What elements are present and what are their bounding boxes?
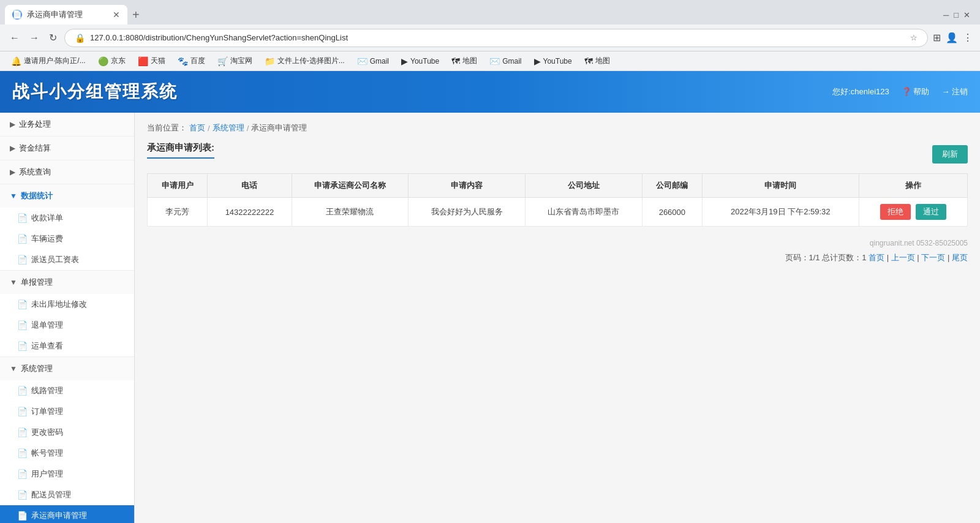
bookmark-icon-gmail1: ✉️ <box>357 56 368 66</box>
sidebar-item-carrier[interactable]: 📄 承运商申请管理 <box>0 505 134 523</box>
pagination-sep-1: | <box>887 253 889 262</box>
data-table: 申请用户 电话 申请承运商公司名称 申请内容 公司地址 公司邮编 申请时间 操作… <box>147 173 968 227</box>
sidebar-item-undelivered[interactable]: 📄 未出库地址修改 <box>0 294 134 315</box>
browser-actions: ⊞ 👤 ⋮ <box>933 32 973 43</box>
footer-watermark: qingruanit.net 0532-85025005 <box>147 239 968 247</box>
breadcrumb: 当前位置： 首页 / 系统管理 / 承运商申请管理 <box>147 122 968 134</box>
bookmark-map2[interactable]: 🗺 地图 <box>581 55 614 67</box>
bookmark-invite[interactable]: 🔔 邀请用户·陈向正/... <box>7 55 89 67</box>
sidebar-item-datastats[interactable]: ▼ 数据统计 <box>0 184 134 208</box>
bookmark-gmail2[interactable]: ✉️ Gmail <box>486 55 525 67</box>
sidebar-item-waybill[interactable]: 📄 运单查看 <box>0 336 134 356</box>
bookmark-youtube2[interactable]: ▶ YouTube <box>530 55 576 67</box>
chevron-down-icon-2: ▼ <box>10 278 17 287</box>
bookmark-icon-youtube1: ▶ <box>401 56 408 66</box>
sidebar-item-business[interactable]: ▶ 业务处理 <box>0 113 134 136</box>
sidebar-item-return[interactable]: 📄 退单管理 <box>0 315 134 336</box>
refresh-browser-button[interactable]: ↻ <box>47 29 59 46</box>
sidebar-item-route[interactable]: 📄 线路管理 <box>0 380 134 401</box>
bookmark-baidu[interactable]: 🐾 百度 <box>174 55 209 67</box>
sidebar-item-finance[interactable]: ▶ 资金结算 <box>0 137 134 160</box>
active-tab[interactable]: 📄 承运商申请管理 ✕ <box>5 5 127 24</box>
refresh-button[interactable]: 刷新 <box>932 145 968 164</box>
sidebar-item-change-pwd[interactable]: 📄 更改密码 <box>0 422 134 443</box>
bookmark-label-baidu: 百度 <box>190 56 205 66</box>
sidebar-item-sysquery[interactable]: ▶ 系统查询 <box>0 160 134 184</box>
sidebar-section-datastats: ▼ 数据统计 📄 收款详单 📄 车辆运费 📄 派送员工资表 <box>0 184 134 271</box>
doc-icon-8: 📄 <box>17 407 28 416</box>
sidebar-label-return: 退单管理 <box>31 320 63 331</box>
bookmark-label-upload: 文件上传-选择图片... <box>277 56 345 66</box>
sidebar-item-sysmgmt[interactable]: ▼ 系统管理 <box>0 357 134 380</box>
bookmark-upload[interactable]: 📁 文件上传-选择图片... <box>261 55 349 67</box>
bookmark-tmall[interactable]: 🟥 天猫 <box>134 55 169 67</box>
address-text[interactable]: 127.0.0.1:8080/distribution/ChengYunShan… <box>90 33 905 42</box>
maximize-button[interactable]: □ <box>954 10 959 20</box>
breadcrumb-current: 承运商申请管理 <box>251 122 307 134</box>
sidebar-item-delivery-wages[interactable]: 📄 派送员工资表 <box>0 249 134 270</box>
doc-icon-1: 📄 <box>17 213 28 223</box>
sidebar-item-vehicle-expenses[interactable]: 📄 车辆运费 <box>0 228 134 249</box>
sidebar-item-collect-orders[interactable]: 📄 收款详单 <box>0 208 134 228</box>
chevron-right-icon: ▶ <box>10 120 15 129</box>
address-bar[interactable]: 🔒 127.0.0.1:8080/distribution/ChengYunSh… <box>64 29 928 47</box>
profile-icon[interactable]: 👤 <box>946 32 958 43</box>
tab-title: 承运商申请管理 <box>27 9 83 20</box>
cell-zipcode: 266000 <box>642 198 702 227</box>
bookmark-icon-map2: 🗺 <box>584 56 593 66</box>
sidebar-label-delivery-wages: 派送员工资表 <box>31 254 79 265</box>
app-header: 战斗小分组管理系统 您好:chenlei123 ❓ 帮助 → 注销 <box>0 71 980 113</box>
sidebar-item-delivery[interactable]: 📄 配送员管理 <box>0 484 134 505</box>
breadcrumb-prefix: 当前位置： <box>147 122 187 134</box>
doc-icon-12: 📄 <box>17 490 28 500</box>
breadcrumb-system[interactable]: 系统管理 <box>213 122 244 134</box>
table-row: 李元芳 14322222222 王查荣耀物流 我会好好为人民服务 山东省青岛市即… <box>148 198 968 227</box>
doc-icon-5: 📄 <box>17 320 28 330</box>
sidebar-label-account: 帐号管理 <box>31 448 63 459</box>
app-wrapper: 战斗小分组管理系统 您好:chenlei123 ❓ 帮助 → 注销 ▶ 业务处理… <box>0 71 980 523</box>
sidebar-item-ordermgmt[interactable]: ▼ 单报管理 <box>0 271 134 294</box>
minimize-button[interactable]: ─ <box>943 10 949 20</box>
page-last-link[interactable]: 尾页 <box>952 253 968 262</box>
bookmark-jd[interactable]: 🟢 京东 <box>94 55 129 67</box>
logout-link[interactable]: → 注销 <box>941 86 968 97</box>
sidebar-item-order2[interactable]: 📄 订单管理 <box>0 401 134 422</box>
browser-controls: ← → ↻ 🔒 127.0.0.1:8080/distribution/Chen… <box>0 24 980 51</box>
sidebar-label-sysmgmt: 系统管理 <box>21 363 53 374</box>
star-icon[interactable]: ☆ <box>910 33 918 42</box>
reject-button[interactable]: 拒绝 <box>880 204 911 220</box>
pagination-sep-3: | <box>948 253 949 262</box>
app-body: ▶ 业务处理 ▶ 资金结算 ▶ 系统查询 <box>0 113 980 523</box>
page-first-link[interactable]: 首页 <box>869 253 884 262</box>
back-button[interactable]: ← <box>7 30 22 46</box>
forward-button[interactable]: → <box>27 30 42 46</box>
extensions-icon[interactable]: ⊞ <box>933 32 941 43</box>
pagination-sep-2: | <box>917 253 919 262</box>
sidebar-item-account[interactable]: 📄 帐号管理 <box>0 443 134 464</box>
sidebar: ▶ 业务处理 ▶ 资金结算 ▶ 系统查询 <box>0 113 135 523</box>
page-next-link[interactable]: 下一页 <box>921 253 945 262</box>
cell-address: 山东省青岛市即墨市 <box>526 198 643 227</box>
bookmark-gmail1[interactable]: ✉️ Gmail <box>353 55 393 67</box>
bookmark-icon-baidu: 🐾 <box>178 56 188 66</box>
col-actions: 操作 <box>859 174 967 198</box>
bookmark-youtube1[interactable]: ▶ YouTube <box>398 55 443 67</box>
approve-button[interactable]: 通过 <box>916 204 946 220</box>
browser-window: 📄 承运商申请管理 ✕ + ─ □ ✕ ← → ↻ 🔒 127.0.0.1:80… <box>0 0 980 71</box>
bookmark-label-jd: 京东 <box>111 56 126 66</box>
bookmark-map1[interactable]: 🗺 地图 <box>448 55 481 67</box>
help-link[interactable]: ❓ 帮助 <box>902 86 930 97</box>
col-company: 申请承运商公司名称 <box>292 174 409 198</box>
close-window-button[interactable]: ✕ <box>963 10 970 20</box>
bookmark-taobao[interactable]: 🛒 淘宝网 <box>214 55 256 67</box>
tab-favicon-icon: 📄 <box>12 10 22 20</box>
sidebar-item-user[interactable]: 📄 用户管理 <box>0 464 134 484</box>
bookmark-label-tmall: 天猫 <box>151 56 165 66</box>
cell-phone: 14322222222 <box>208 198 292 227</box>
sidebar-label-business: 业务处理 <box>19 119 51 130</box>
new-tab-button[interactable]: + <box>127 8 145 22</box>
menu-icon[interactable]: ⋮ <box>963 32 973 43</box>
breadcrumb-home[interactable]: 首页 <box>189 122 205 134</box>
page-prev-link[interactable]: 上一页 <box>891 253 915 262</box>
tab-close-button[interactable]: ✕ <box>113 10 120 20</box>
